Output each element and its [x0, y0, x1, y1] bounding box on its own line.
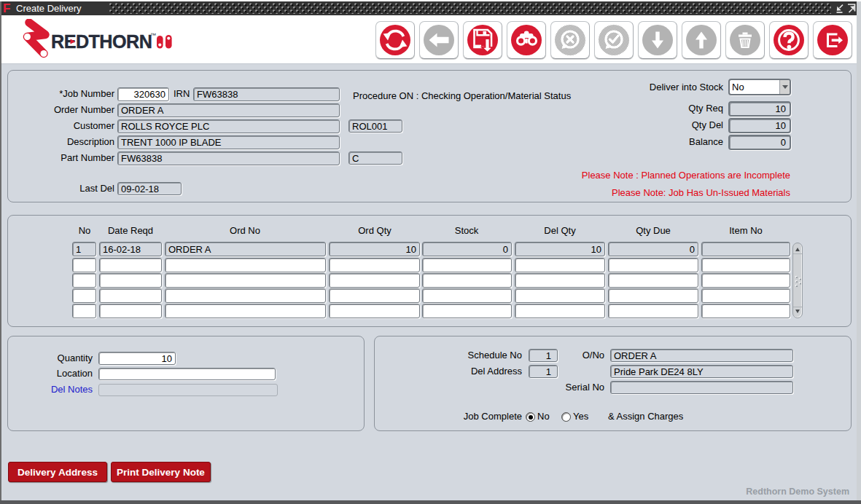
svg-text:REDTHORN: REDTHORN: [51, 31, 152, 52]
svg-text:™: ™: [150, 32, 156, 39]
